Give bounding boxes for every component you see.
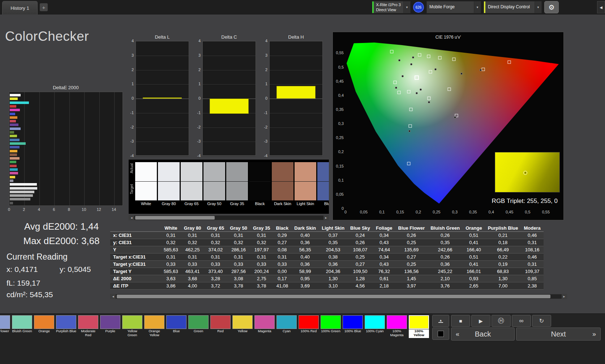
chevron-down-icon[interactable]: ▼	[535, 1, 541, 13]
pattern-patch-swatch	[409, 315, 429, 329]
cie-x-tick: 0,55	[542, 210, 550, 214]
table-cell: 3,10	[319, 282, 347, 290]
table-cell: 0,18	[485, 239, 521, 246]
pattern-window-button[interactable]	[432, 328, 449, 340]
pattern-patch-button[interactable]: 100% Magenta	[387, 315, 407, 338]
scroll-right-icon[interactable]: ►	[562, 294, 567, 299]
collapse-panel-icon[interactable]: ◀	[597, 1, 605, 13]
cie-y-tick: 0,3	[333, 121, 344, 126]
pattern-patch-button[interactable]: Blue	[166, 315, 186, 338]
table-cell: 2,65	[463, 282, 485, 290]
table-cell: 197,97	[250, 246, 273, 254]
play-button[interactable]: ▶	[471, 315, 490, 327]
delta-gridline	[136, 70, 189, 70]
tab-history-1[interactable]: History 1	[2, 1, 38, 14]
scroll-right-icon[interactable]: ►	[323, 216, 329, 220]
refresh-button[interactable]: ↻	[532, 315, 551, 327]
table-row-label: Target x:CIE31	[110, 254, 161, 261]
eject-button[interactable]: ▲	[432, 315, 449, 327]
pattern-patch-button[interactable]: Moderate Red	[78, 315, 98, 338]
patch-column-label: White	[135, 200, 157, 207]
pattern-patch-label: 100% Magenta	[387, 329, 407, 338]
pattern-patch-button[interactable]: 100% Red	[299, 315, 319, 338]
pattern-patch-button[interactable]: Yellow Green	[122, 315, 142, 338]
meter-label: X-Rite i1Pro 3 Direct View	[374, 1, 403, 13]
pattern-patch-button[interactable]: Red	[210, 315, 231, 338]
delta-gridline	[136, 99, 189, 99]
pattern-patch-button[interactable]: Bluish Green	[12, 315, 32, 338]
pattern-patch-button[interactable]: Cyan	[276, 315, 297, 338]
delta-l-chart: 43210-1-2-3-4	[136, 41, 189, 156]
strip-scrollbar[interactable]: ◄ ►	[129, 215, 329, 220]
deltae-bar	[10, 176, 15, 178]
strip-scroll-thumb[interactable]	[135, 216, 215, 220]
pattern-patch-button[interactable]: Green	[188, 315, 209, 338]
pattern-patch-label: Yellow Green	[122, 329, 142, 338]
top-toolbar: History 1 + X-Rite i1Pro 3 Direct View ▼…	[0, 0, 605, 14]
deltae-bar	[10, 198, 30, 200]
scroll-left-icon[interactable]: ◄	[129, 216, 134, 220]
gear-icon[interactable]: ⚙	[544, 1, 559, 13]
pattern-patch-button[interactable]: 100% Yellow	[409, 315, 429, 338]
stop-button[interactable]: ■	[451, 315, 470, 327]
table-cell: 0,51	[463, 254, 485, 261]
deltae-bar	[10, 161, 16, 163]
back-button[interactable]: « Back	[451, 328, 515, 341]
table-cell: 0,40	[291, 254, 319, 261]
pattern-patch-button[interactable]: Yellow	[232, 315, 253, 338]
loop-button[interactable]: ∞	[512, 315, 531, 327]
pattern-patch-swatch	[276, 315, 297, 329]
table-scrollbar[interactable]: ◄ ►	[110, 294, 567, 299]
pattern-patch-label: Orange Yellow	[144, 329, 164, 338]
table-cell: 0,22	[485, 254, 521, 261]
deltae-gridline	[84, 92, 85, 205]
next-button[interactable]: Next »	[516, 328, 601, 341]
pattern-patch-button[interactable]: Magenta	[254, 315, 275, 338]
add-tab-button[interactable]: +	[40, 3, 48, 11]
table-column-header: Modera	[521, 225, 543, 232]
rgb-triplet-label: RGB Triplet: 255, 255, 0	[492, 198, 558, 205]
cie-target-marker	[507, 61, 511, 64]
actual-row-label: Actual	[130, 163, 134, 173]
actual-swatch	[226, 162, 248, 181]
delta-y-tick: 1	[260, 82, 267, 86]
table-cell: 3,72	[204, 282, 227, 290]
table-cell: 3,86	[161, 282, 181, 290]
table-cell: 0,21	[485, 232, 521, 239]
pattern-patch-button[interactable]: Purplish Blue	[56, 315, 76, 338]
pattern-patch-button[interactable]: 100% Green	[321, 315, 341, 338]
cie-measurement-marker	[412, 56, 414, 58]
pattern-patch-button[interactable]: Purple	[100, 315, 120, 338]
table-scroll-thumb[interactable]	[117, 295, 550, 298]
pattern-patch-button[interactable]: Blue Flower	[0, 315, 10, 338]
table-column-header: Gray 65	[204, 225, 227, 232]
target-row-label: Target	[130, 184, 134, 194]
table-cell: 56,35	[291, 246, 319, 254]
reading-count-badge[interactable]: 626	[413, 2, 424, 13]
meter-dropdown[interactable]: X-Rite i1Pro 3 Direct View ▼	[372, 1, 411, 13]
table-cell: 0,31	[227, 232, 250, 239]
cie-measurement-marker	[398, 59, 400, 61]
table-cell: 242,66	[428, 246, 463, 254]
pattern-patch-button[interactable]: 100% Blue	[343, 315, 363, 338]
cie-y-tick: 0,45	[333, 79, 344, 83]
pattern-patch-button[interactable]: Orange Yellow	[144, 315, 164, 338]
patch-column: Gray 80	[158, 162, 180, 207]
source-dropdown[interactable]: Mobile Forge ▼	[426, 1, 481, 13]
chevron-down-icon[interactable]: ▼	[403, 1, 410, 13]
chevron-down-icon[interactable]: ▼	[474, 1, 481, 13]
display-control-dropdown[interactable]: Direct Display Control ▼	[484, 1, 542, 13]
patch-column-label: Gray 80	[158, 200, 180, 207]
table-cell: 0,29	[273, 232, 292, 239]
display-control-label: Direct Display Control	[485, 1, 535, 13]
pattern-patch-swatch	[254, 315, 275, 329]
deltae-bar	[10, 127, 21, 130]
delta-h-chart: 43210-1-2-3-4	[269, 41, 323, 156]
scroll-left-icon[interactable]: ◄	[111, 294, 116, 299]
deltae-bar	[10, 168, 18, 171]
table-cell: 0,41	[463, 261, 485, 268]
cie-measurement-marker	[460, 73, 463, 75]
pattern-patch-button[interactable]: 100% Cyan	[365, 315, 385, 338]
history-button[interactable]: Ⓗ	[492, 315, 511, 327]
pattern-patch-button[interactable]: Orange	[34, 315, 54, 338]
